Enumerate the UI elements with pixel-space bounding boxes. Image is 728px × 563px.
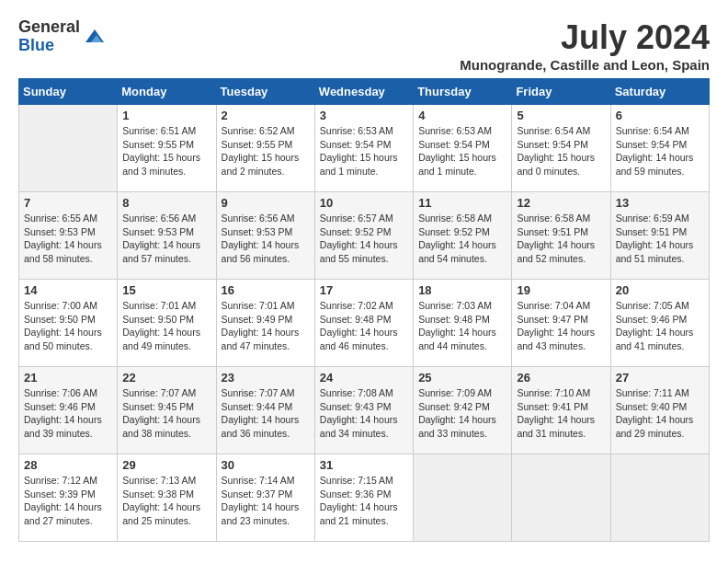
day-number: 3 <box>320 109 408 122</box>
page-header: General Blue July 2024 Munogrande, Casti… <box>18 18 710 73</box>
cell-info: Sunrise: 6:52 AMSunset: 9:55 PMDaylight:… <box>222 124 310 178</box>
day-number: 8 <box>122 196 210 210</box>
cell-info: Sunrise: 6:54 AMSunset: 9:54 PMDaylight:… <box>517 124 605 178</box>
calendar-cell: 18Sunrise: 7:03 AMSunset: 9:48 PMDayligh… <box>414 280 512 367</box>
calendar-cell <box>512 454 610 542</box>
calendar-cell: 13Sunrise: 6:59 AMSunset: 9:51 PMDayligh… <box>610 192 709 280</box>
cell-info: Sunrise: 7:15 AMSunset: 9:36 PMDaylight:… <box>320 474 408 528</box>
day-number: 15 <box>122 283 210 297</box>
calendar-cell: 2Sunrise: 6:52 AMSunset: 9:55 PMDaylight… <box>216 105 314 192</box>
cell-info: Sunrise: 6:56 AMSunset: 9:53 PMDaylight:… <box>122 212 210 266</box>
cell-info: Sunrise: 7:08 AMSunset: 9:43 PMDaylight:… <box>320 386 408 441</box>
day-number: 26 <box>517 371 605 385</box>
calendar-cell: 15Sunrise: 7:01 AMSunset: 9:50 PMDayligh… <box>118 280 216 367</box>
day-number: 5 <box>517 109 605 122</box>
cell-info: Sunrise: 7:06 AMSunset: 9:46 PMDaylight:… <box>24 386 112 441</box>
day-number: 23 <box>222 371 310 385</box>
cell-info: Sunrise: 6:56 AMSunset: 9:53 PMDaylight:… <box>222 212 310 266</box>
calendar-cell: 10Sunrise: 6:57 AMSunset: 9:52 PMDayligh… <box>314 192 413 280</box>
calendar-cell: 23Sunrise: 7:07 AMSunset: 9:44 PMDayligh… <box>216 367 314 454</box>
day-number: 22 <box>122 371 210 385</box>
cell-info: Sunrise: 7:00 AMSunset: 9:50 PMDaylight:… <box>24 299 112 353</box>
cell-info: Sunrise: 7:12 AMSunset: 9:39 PMDaylight:… <box>24 474 112 528</box>
cell-info: Sunrise: 7:03 AMSunset: 9:48 PMDaylight:… <box>418 299 506 353</box>
calendar-cell: 3Sunrise: 6:53 AMSunset: 9:54 PMDaylight… <box>314 105 413 192</box>
day-number: 16 <box>222 283 310 297</box>
cell-info: Sunrise: 6:54 AMSunset: 9:54 PMDaylight:… <box>616 124 704 178</box>
col-header-saturday: Saturday <box>610 79 709 105</box>
day-number: 11 <box>418 196 506 210</box>
cell-info: Sunrise: 7:10 AMSunset: 9:41 PMDaylight:… <box>517 386 605 441</box>
day-number: 10 <box>320 196 408 210</box>
day-number: 4 <box>418 109 506 122</box>
month-title: July 2024 <box>460 18 710 57</box>
calendar-cell: 28Sunrise: 7:12 AMSunset: 9:39 PMDayligh… <box>19 454 118 542</box>
header-row: SundayMondayTuesdayWednesdayThursdayFrid… <box>19 79 710 105</box>
cell-info: Sunrise: 7:09 AMSunset: 9:42 PMDaylight:… <box>418 386 506 441</box>
cell-info: Sunrise: 6:51 AMSunset: 9:55 PMDaylight:… <box>122 124 210 178</box>
col-header-wednesday: Wednesday <box>314 79 413 105</box>
calendar-cell: 14Sunrise: 7:00 AMSunset: 9:50 PMDayligh… <box>19 280 118 367</box>
day-number: 19 <box>517 283 605 297</box>
calendar-cell: 1Sunrise: 6:51 AMSunset: 9:55 PMDaylight… <box>118 105 216 192</box>
col-header-thursday: Thursday <box>414 79 512 105</box>
calendar-cell: 30Sunrise: 7:14 AMSunset: 9:37 PMDayligh… <box>216 454 314 542</box>
calendar-cell: 9Sunrise: 6:56 AMSunset: 9:53 PMDaylight… <box>216 192 314 280</box>
day-number: 20 <box>616 283 704 297</box>
cell-info: Sunrise: 7:04 AMSunset: 9:47 PMDaylight:… <box>517 299 605 353</box>
day-number: 6 <box>616 109 704 122</box>
calendar-cell: 19Sunrise: 7:04 AMSunset: 9:47 PMDayligh… <box>512 280 610 367</box>
col-header-monday: Monday <box>118 79 216 105</box>
day-number: 14 <box>24 283 112 297</box>
day-number: 13 <box>616 196 704 210</box>
week-row-5: 28Sunrise: 7:12 AMSunset: 9:39 PMDayligh… <box>19 454 710 542</box>
calendar-cell: 29Sunrise: 7:13 AMSunset: 9:38 PMDayligh… <box>118 454 216 542</box>
calendar-cell: 5Sunrise: 6:54 AMSunset: 9:54 PMDaylight… <box>512 105 610 192</box>
calendar-cell: 25Sunrise: 7:09 AMSunset: 9:42 PMDayligh… <box>414 367 512 454</box>
calendar-cell: 20Sunrise: 7:05 AMSunset: 9:46 PMDayligh… <box>610 280 709 367</box>
calendar-cell: 4Sunrise: 6:53 AMSunset: 9:54 PMDaylight… <box>414 105 512 192</box>
location: Munogrande, Castille and Leon, Spain <box>460 57 710 73</box>
logo-general-text: General <box>18 18 80 37</box>
day-number: 29 <box>122 458 210 472</box>
cell-info: Sunrise: 7:02 AMSunset: 9:48 PMDaylight:… <box>320 299 408 353</box>
cell-info: Sunrise: 6:53 AMSunset: 9:54 PMDaylight:… <box>418 124 506 178</box>
calendar-cell: 16Sunrise: 7:01 AMSunset: 9:49 PMDayligh… <box>216 280 314 367</box>
col-header-sunday: Sunday <box>19 79 118 105</box>
calendar-table: SundayMondayTuesdayWednesdayThursdayFrid… <box>18 78 710 542</box>
calendar-cell: 7Sunrise: 6:55 AMSunset: 9:53 PMDaylight… <box>19 192 118 280</box>
calendar-cell <box>610 454 709 542</box>
day-number: 2 <box>222 109 310 122</box>
cell-info: Sunrise: 7:11 AMSunset: 9:40 PMDaylight:… <box>616 386 704 441</box>
cell-info: Sunrise: 7:01 AMSunset: 9:49 PMDaylight:… <box>222 299 310 353</box>
day-number: 25 <box>418 371 506 385</box>
cell-info: Sunrise: 7:05 AMSunset: 9:46 PMDaylight:… <box>616 299 704 353</box>
calendar-cell: 8Sunrise: 6:56 AMSunset: 9:53 PMDaylight… <box>118 192 216 280</box>
title-block: July 2024 Munogrande, Castille and Leon,… <box>460 18 710 73</box>
week-row-2: 7Sunrise: 6:55 AMSunset: 9:53 PMDaylight… <box>19 192 710 280</box>
col-header-tuesday: Tuesday <box>216 79 314 105</box>
week-row-4: 21Sunrise: 7:06 AMSunset: 9:46 PMDayligh… <box>19 367 710 454</box>
calendar-cell: 26Sunrise: 7:10 AMSunset: 9:41 PMDayligh… <box>512 367 610 454</box>
cell-info: Sunrise: 7:07 AMSunset: 9:45 PMDaylight:… <box>122 386 210 441</box>
col-header-friday: Friday <box>512 79 610 105</box>
cell-info: Sunrise: 7:14 AMSunset: 9:37 PMDaylight:… <box>222 474 310 528</box>
day-number: 9 <box>222 196 310 210</box>
week-row-1: 1Sunrise: 6:51 AMSunset: 9:55 PMDaylight… <box>19 105 710 192</box>
day-number: 17 <box>320 283 408 297</box>
cell-info: Sunrise: 6:59 AMSunset: 9:51 PMDaylight:… <box>616 212 704 266</box>
day-number: 12 <box>517 196 605 210</box>
week-row-3: 14Sunrise: 7:00 AMSunset: 9:50 PMDayligh… <box>19 280 710 367</box>
calendar-cell: 17Sunrise: 7:02 AMSunset: 9:48 PMDayligh… <box>314 280 413 367</box>
day-number: 24 <box>320 371 408 385</box>
day-number: 28 <box>24 458 112 472</box>
day-number: 30 <box>222 458 310 472</box>
cell-info: Sunrise: 7:13 AMSunset: 9:38 PMDaylight:… <box>122 474 210 528</box>
calendar-cell: 6Sunrise: 6:54 AMSunset: 9:54 PMDaylight… <box>610 105 709 192</box>
cell-info: Sunrise: 6:53 AMSunset: 9:54 PMDaylight:… <box>320 124 408 178</box>
calendar-cell: 22Sunrise: 7:07 AMSunset: 9:45 PMDayligh… <box>118 367 216 454</box>
calendar-cell <box>414 454 512 542</box>
calendar-cell: 31Sunrise: 7:15 AMSunset: 9:36 PMDayligh… <box>314 454 413 542</box>
day-number: 1 <box>122 109 210 122</box>
day-number: 21 <box>24 371 112 385</box>
